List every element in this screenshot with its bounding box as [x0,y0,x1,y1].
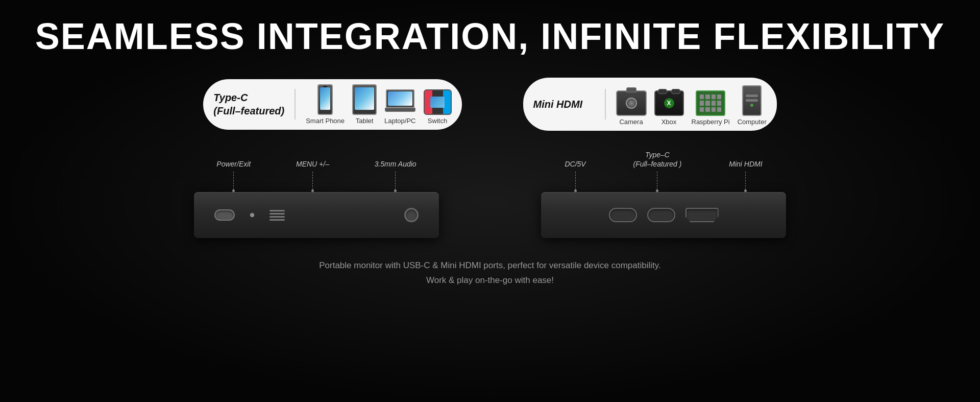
page-wrapper: SEAMLESS INTEGRATION, INFINITE FLEXIBILI… [0,0,980,402]
label-typec-right-text: Type–C(Full–featured ) [633,150,681,169]
audio-port [404,208,419,222]
left-device-body [194,192,439,238]
device-label-tablet: Tablet [356,117,374,125]
label-minihdmi-line [745,172,746,190]
label-dc-line [575,172,576,190]
device-label-camera: Camera [619,118,643,126]
power-dot-port [250,213,254,217]
label-audio-text: 3.5mm Audio [375,159,416,169]
device-label-pi: Raspberry Pi [692,118,730,126]
right-device-body [541,192,786,238]
device-item-camera: Camera [616,83,647,126]
hdmi-badge-label: Mini HDMI [533,98,595,111]
left-monitor-section: Power/Exit MENU +/– 3.5mm Audio [194,146,439,238]
label-dc: DC/5V [565,146,585,192]
right-monitor-section: DC/5V Type–C(Full–featured ) Mini HDMI [541,146,786,238]
right-labels-row: DC/5V Type–C(Full–featured ) Mini HDMI [541,146,786,192]
devices-row: Type-C (Full–featured) Smart Phone [203,78,776,131]
left-labels-row: Power/Exit MENU +/– 3.5mm Audio [194,146,439,192]
label-audio: 3.5mm Audio [375,146,416,192]
hdmi-port [685,208,719,222]
label-power-text: Power/Exit [216,159,251,169]
label-typec-right: Type–C(Full–featured ) [633,146,681,192]
hdmi-badge-divider [605,89,606,120]
power-button-port [214,209,235,221]
xbox-icon: X [654,90,684,116]
hdmi-badge: Mini HDMI Camera [523,78,777,131]
label-menu-text: MENU +/– [296,159,329,169]
device-label-switch: Switch [428,117,447,125]
label-typec-right-line [657,172,657,190]
device-item-computer: Computer [738,83,767,126]
tablet-icon [352,84,377,115]
typec-device-icons: Smart Phone Tablet [306,84,451,125]
badge-divider [295,89,296,120]
device-item-switch: Switch [424,89,452,125]
device-label-computer: Computer [738,118,767,126]
switch-icon [424,89,452,115]
typec-port [647,208,675,222]
device-label-laptop: Laptop/PC [384,117,415,125]
device-item-phone: Smart Phone [306,84,345,125]
right-ports [541,192,786,238]
left-ports [194,192,439,238]
device-label-xbox: Xbox [662,118,677,126]
hdmi-device-icons: Camera X Xbox [616,83,767,126]
device-label-phone: Smart Phone [306,117,345,125]
device-item-pi: Raspberry Pi [692,83,730,126]
monitors-row: Power/Exit MENU +/– 3.5mm Audio [0,146,980,238]
label-menu: MENU +/– [296,146,329,192]
label-menu-line [312,172,313,190]
label-minihdmi-right: Mini HDMI [729,146,762,192]
device-item-laptop: Laptop/PC [384,89,415,125]
menu-port [270,210,285,221]
label-dc-text: DC/5V [565,159,585,169]
label-audio-line [395,172,396,190]
pi-icon [696,90,725,116]
label-power-line [233,172,234,190]
camera-icon [616,90,647,116]
typec-badge-label: Type-C (Full–featured) [213,91,284,117]
laptop-icon [386,89,414,115]
computer-icon [742,85,762,116]
label-power: Power/Exit [216,146,251,192]
typec-badge: Type-C (Full–featured) Smart Phone [203,79,461,130]
page-title: SEAMLESS INTEGRATION, INFINITE FLEXIBILI… [35,15,945,57]
device-item-xbox: X Xbox [654,83,684,126]
label-minihdmi-right-text: Mini HDMI [729,159,762,169]
dc-port [609,208,637,222]
subtitle: Portable monitor with USB-C & Mini HDMI … [319,258,661,288]
phone-icon [317,84,333,115]
device-item-tablet: Tablet [352,84,377,125]
subtitle-line1: Portable monitor with USB-C & Mini HDMI … [319,261,661,270]
subtitle-line2: Work & play on-the-go with ease! [426,275,554,285]
